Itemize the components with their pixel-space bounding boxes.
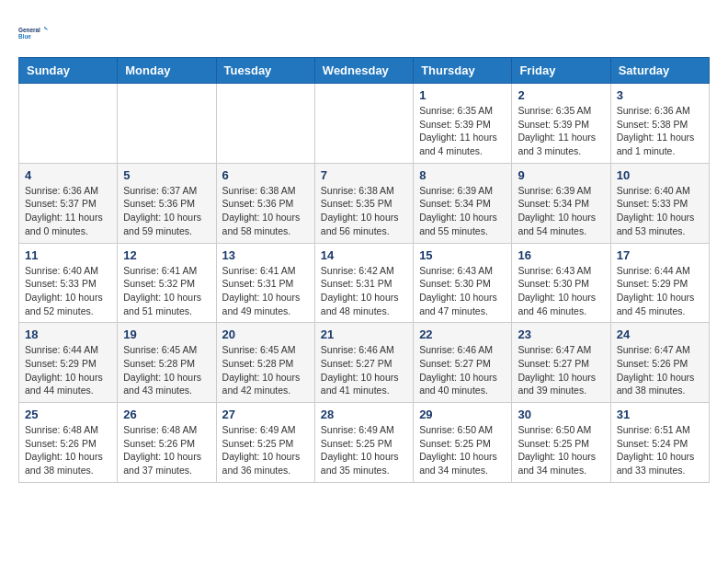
day-info: Sunrise: 6:50 AM Sunset: 5:25 PM Dayligh… [518, 423, 604, 477]
day-number: 29 [419, 408, 506, 421]
day-number: 19 [123, 327, 210, 341]
day-header-monday: Monday [118, 58, 216, 84]
day-info: Sunrise: 6:38 AM Sunset: 5:35 PM Dayligh… [321, 184, 407, 238]
day-number: 20 [222, 327, 309, 341]
calendar-cell: 8Sunrise: 6:39 AM Sunset: 5:34 PM Daylig… [414, 163, 512, 243]
day-number: 10 [617, 168, 703, 182]
day-info: Sunrise: 6:42 AM Sunset: 5:31 PM Dayligh… [321, 264, 407, 318]
calendar-cell: 10Sunrise: 6:40 AM Sunset: 5:33 PM Dayli… [610, 163, 709, 243]
day-info: Sunrise: 6:40 AM Sunset: 5:33 PM Dayligh… [617, 184, 703, 238]
day-number: 14 [321, 248, 407, 262]
calendar-cell: 2Sunrise: 6:35 AM Sunset: 5:39 PM Daylig… [512, 84, 610, 164]
day-number: 24 [617, 327, 703, 341]
calendar-week-row: 25Sunrise: 6:48 AM Sunset: 5:26 PM Dayli… [19, 403, 710, 483]
day-info: Sunrise: 6:50 AM Sunset: 5:25 PM Dayligh… [419, 423, 506, 477]
day-number: 22 [419, 327, 506, 341]
calendar-header: General Blue [18, 18, 710, 48]
day-info: Sunrise: 6:44 AM Sunset: 5:29 PM Dayligh… [617, 264, 703, 318]
calendar-cell [19, 84, 118, 164]
logo: General Blue [18, 18, 48, 48]
calendar-week-row: 18Sunrise: 6:44 AM Sunset: 5:29 PM Dayli… [19, 323, 710, 403]
day-number: 5 [123, 168, 210, 182]
calendar-cell: 29Sunrise: 6:50 AM Sunset: 5:25 PM Dayli… [414, 403, 512, 483]
calendar-cell: 15Sunrise: 6:43 AM Sunset: 5:30 PM Dayli… [414, 243, 512, 323]
svg-text:Blue: Blue [18, 33, 31, 40]
day-info: Sunrise: 6:49 AM Sunset: 5:25 PM Dayligh… [222, 423, 309, 477]
calendar-cell: 20Sunrise: 6:45 AM Sunset: 5:28 PM Dayli… [216, 323, 314, 403]
day-number: 27 [222, 408, 309, 421]
day-number: 26 [123, 408, 210, 421]
calendar-cell: 16Sunrise: 6:43 AM Sunset: 5:30 PM Dayli… [512, 243, 610, 323]
day-number: 13 [222, 248, 309, 262]
day-info: Sunrise: 6:47 AM Sunset: 5:27 PM Dayligh… [518, 343, 604, 397]
calendar-cell [118, 84, 216, 164]
day-number: 2 [518, 88, 604, 102]
calendar-cell: 21Sunrise: 6:46 AM Sunset: 5:27 PM Dayli… [314, 323, 413, 403]
calendar-cell: 1Sunrise: 6:35 AM Sunset: 5:39 PM Daylig… [414, 84, 512, 164]
day-number: 25 [25, 408, 111, 421]
day-info: Sunrise: 6:46 AM Sunset: 5:27 PM Dayligh… [419, 343, 506, 397]
day-info: Sunrise: 6:46 AM Sunset: 5:27 PM Dayligh… [321, 343, 407, 397]
calendar-cell: 4Sunrise: 6:36 AM Sunset: 5:37 PM Daylig… [19, 163, 118, 243]
svg-text:General: General [18, 27, 40, 33]
calendar-cell: 14Sunrise: 6:42 AM Sunset: 5:31 PM Dayli… [314, 243, 413, 323]
day-header-tuesday: Tuesday [216, 58, 314, 84]
day-number: 30 [518, 408, 604, 421]
day-header-sunday: Sunday [19, 58, 118, 84]
day-header-thursday: Thursday [414, 58, 512, 84]
day-number: 31 [617, 408, 703, 421]
calendar-week-row: 11Sunrise: 6:40 AM Sunset: 5:33 PM Dayli… [19, 243, 710, 323]
day-info: Sunrise: 6:39 AM Sunset: 5:34 PM Dayligh… [419, 184, 506, 238]
calendar-cell [216, 84, 314, 164]
day-number: 9 [518, 168, 604, 182]
day-info: Sunrise: 6:41 AM Sunset: 5:31 PM Dayligh… [222, 264, 309, 318]
calendar-cell: 26Sunrise: 6:48 AM Sunset: 5:26 PM Dayli… [118, 403, 216, 483]
calendar-cell: 6Sunrise: 6:38 AM Sunset: 5:36 PM Daylig… [216, 163, 314, 243]
day-info: Sunrise: 6:48 AM Sunset: 5:26 PM Dayligh… [25, 423, 111, 477]
day-info: Sunrise: 6:44 AM Sunset: 5:29 PM Dayligh… [25, 343, 111, 397]
day-info: Sunrise: 6:38 AM Sunset: 5:36 PM Dayligh… [222, 184, 309, 238]
day-info: Sunrise: 6:40 AM Sunset: 5:33 PM Dayligh… [25, 264, 111, 318]
day-number: 11 [25, 248, 111, 262]
calendar-header-row: SundayMondayTuesdayWednesdayThursdayFrid… [19, 58, 710, 84]
calendar-week-row: 4Sunrise: 6:36 AM Sunset: 5:37 PM Daylig… [19, 163, 710, 243]
calendar-cell: 12Sunrise: 6:41 AM Sunset: 5:32 PM Dayli… [118, 243, 216, 323]
calendar-week-row: 1Sunrise: 6:35 AM Sunset: 5:39 PM Daylig… [19, 84, 710, 164]
day-number: 12 [123, 248, 210, 262]
day-info: Sunrise: 6:45 AM Sunset: 5:28 PM Dayligh… [222, 343, 309, 397]
day-info: Sunrise: 6:39 AM Sunset: 5:34 PM Dayligh… [518, 184, 604, 238]
calendar-cell: 5Sunrise: 6:37 AM Sunset: 5:36 PM Daylig… [118, 163, 216, 243]
day-info: Sunrise: 6:35 AM Sunset: 5:39 PM Dayligh… [518, 104, 604, 158]
day-info: Sunrise: 6:41 AM Sunset: 5:32 PM Dayligh… [123, 264, 210, 318]
day-number: 15 [419, 248, 506, 262]
day-info: Sunrise: 6:35 AM Sunset: 5:39 PM Dayligh… [419, 104, 506, 158]
calendar-cell: 18Sunrise: 6:44 AM Sunset: 5:29 PM Dayli… [19, 323, 118, 403]
day-info: Sunrise: 6:36 AM Sunset: 5:38 PM Dayligh… [617, 104, 703, 158]
svg-marker-2 [44, 27, 48, 31]
calendar-cell: 9Sunrise: 6:39 AM Sunset: 5:34 PM Daylig… [512, 163, 610, 243]
day-info: Sunrise: 6:48 AM Sunset: 5:26 PM Dayligh… [123, 423, 210, 477]
day-info: Sunrise: 6:43 AM Sunset: 5:30 PM Dayligh… [518, 264, 604, 318]
day-info: Sunrise: 6:49 AM Sunset: 5:25 PM Dayligh… [321, 423, 407, 477]
calendar-cell: 28Sunrise: 6:49 AM Sunset: 5:25 PM Dayli… [314, 403, 413, 483]
day-number: 6 [222, 168, 309, 182]
day-info: Sunrise: 6:47 AM Sunset: 5:26 PM Dayligh… [617, 343, 703, 397]
calendar-cell: 19Sunrise: 6:45 AM Sunset: 5:28 PM Dayli… [118, 323, 216, 403]
calendar-cell: 30Sunrise: 6:50 AM Sunset: 5:25 PM Dayli… [512, 403, 610, 483]
calendar-cell [314, 84, 413, 164]
day-number: 23 [518, 327, 604, 341]
day-number: 4 [25, 168, 111, 182]
day-number: 17 [617, 248, 703, 262]
calendar-cell: 7Sunrise: 6:38 AM Sunset: 5:35 PM Daylig… [314, 163, 413, 243]
day-number: 16 [518, 248, 604, 262]
day-header-friday: Friday [512, 58, 610, 84]
calendar-cell: 17Sunrise: 6:44 AM Sunset: 5:29 PM Dayli… [610, 243, 709, 323]
day-number: 28 [321, 408, 407, 421]
calendar-cell: 11Sunrise: 6:40 AM Sunset: 5:33 PM Dayli… [19, 243, 118, 323]
day-info: Sunrise: 6:37 AM Sunset: 5:36 PM Dayligh… [123, 184, 210, 238]
calendar-cell: 25Sunrise: 6:48 AM Sunset: 5:26 PM Dayli… [19, 403, 118, 483]
calendar-cell: 22Sunrise: 6:46 AM Sunset: 5:27 PM Dayli… [414, 323, 512, 403]
calendar-cell: 3Sunrise: 6:36 AM Sunset: 5:38 PM Daylig… [610, 84, 709, 164]
day-header-saturday: Saturday [610, 58, 709, 84]
day-number: 8 [419, 168, 506, 182]
